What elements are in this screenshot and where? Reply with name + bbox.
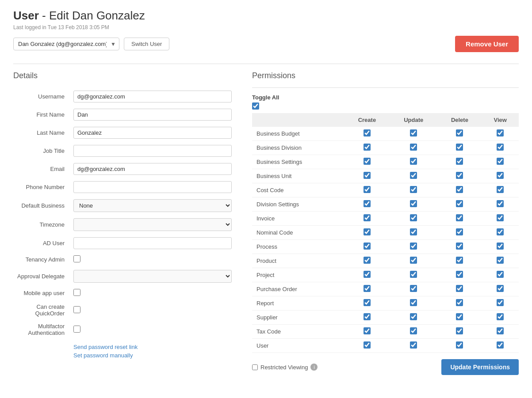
- delete-checkbox[interactable]: [456, 228, 463, 235]
- create-cell[interactable]: [344, 268, 390, 282]
- create-checkbox[interactable]: [364, 299, 371, 306]
- approval-delegate-field[interactable]: [71, 267, 234, 286]
- delete-cell[interactable]: [437, 212, 482, 226]
- delete-cell[interactable]: [437, 127, 482, 141]
- create-cell[interactable]: [344, 339, 390, 353]
- create-cell[interactable]: [344, 212, 390, 226]
- view-checkbox[interactable]: [497, 313, 504, 320]
- create-checkbox[interactable]: [364, 313, 371, 320]
- create-checkbox[interactable]: [364, 341, 371, 349]
- view-cell[interactable]: [482, 311, 519, 325]
- update-checkbox[interactable]: [410, 214, 417, 221]
- delete-cell[interactable]: [437, 339, 482, 353]
- ad-user-field[interactable]: [71, 234, 234, 252]
- delete-checkbox[interactable]: [456, 144, 463, 151]
- update-cell[interactable]: [390, 240, 437, 254]
- view-cell[interactable]: [482, 169, 519, 183]
- delete-cell[interactable]: [437, 325, 482, 339]
- delete-cell[interactable]: [437, 268, 482, 282]
- create-cell[interactable]: [344, 183, 390, 197]
- create-cell[interactable]: [344, 325, 390, 339]
- delete-checkbox[interactable]: [456, 327, 463, 334]
- update-checkbox[interactable]: [410, 299, 417, 306]
- view-checkbox[interactable]: [497, 186, 504, 193]
- view-checkbox[interactable]: [497, 214, 504, 221]
- delete-checkbox[interactable]: [456, 257, 463, 264]
- create-checkbox[interactable]: [364, 257, 371, 264]
- create-checkbox[interactable]: [364, 228, 371, 235]
- switch-user-button[interactable]: Switch User: [124, 38, 169, 50]
- mobile-app-checkbox[interactable]: [73, 289, 80, 296]
- delete-checkbox[interactable]: [456, 172, 463, 179]
- create-cell[interactable]: [344, 296, 390, 311]
- remove-user-button[interactable]: Remove User: [455, 36, 519, 52]
- update-cell[interactable]: [390, 282, 437, 296]
- update-cell[interactable]: [390, 183, 437, 197]
- jobtitle-input[interactable]: [73, 145, 232, 157]
- delete-cell[interactable]: [437, 282, 482, 296]
- create-checkbox[interactable]: [364, 271, 371, 278]
- delete-checkbox[interactable]: [456, 285, 463, 292]
- delete-cell[interactable]: [437, 141, 482, 155]
- delete-cell[interactable]: [437, 240, 482, 254]
- delete-cell[interactable]: [437, 296, 482, 311]
- view-checkbox[interactable]: [497, 299, 504, 306]
- can-create-field[interactable]: [71, 300, 234, 320]
- view-cell[interactable]: [482, 282, 519, 296]
- update-checkbox[interactable]: [410, 200, 417, 207]
- create-cell[interactable]: [344, 169, 390, 183]
- toggle-all-checkbox[interactable]: [252, 102, 259, 110]
- update-checkbox[interactable]: [410, 243, 417, 250]
- approval-delegate-select[interactable]: [73, 270, 232, 283]
- view-cell[interactable]: [482, 127, 519, 141]
- view-cell[interactable]: [482, 212, 519, 226]
- create-cell[interactable]: [344, 311, 390, 325]
- view-checkbox[interactable]: [497, 228, 504, 235]
- create-cell[interactable]: [344, 197, 390, 212]
- delete-checkbox[interactable]: [456, 214, 463, 221]
- create-checkbox[interactable]: [364, 243, 371, 250]
- view-checkbox[interactable]: [497, 158, 504, 165]
- update-cell[interactable]: [390, 226, 437, 240]
- timezone-select[interactable]: [73, 218, 232, 231]
- view-cell[interactable]: [482, 296, 519, 311]
- jobtitle-field[interactable]: [71, 142, 234, 160]
- update-cell[interactable]: [390, 339, 437, 353]
- update-checkbox[interactable]: [410, 327, 417, 334]
- view-checkbox[interactable]: [497, 285, 504, 292]
- create-checkbox[interactable]: [364, 327, 371, 334]
- view-checkbox[interactable]: [497, 200, 504, 207]
- update-checkbox[interactable]: [410, 285, 417, 292]
- delete-checkbox[interactable]: [456, 200, 463, 207]
- create-cell[interactable]: [344, 155, 390, 169]
- update-checkbox[interactable]: [410, 129, 417, 136]
- tenancy-admin-checkbox[interactable]: [73, 255, 80, 262]
- view-checkbox[interactable]: [497, 129, 504, 136]
- mobile-app-field[interactable]: [71, 286, 234, 300]
- timezone-field[interactable]: [71, 215, 234, 234]
- info-icon[interactable]: i: [310, 364, 318, 371]
- view-cell[interactable]: [482, 155, 519, 169]
- set-password-link[interactable]: Set password manually: [73, 352, 234, 359]
- view-cell[interactable]: [482, 141, 519, 155]
- create-cell[interactable]: [344, 282, 390, 296]
- reset-password-link[interactable]: Send password reset link: [73, 344, 234, 350]
- update-cell[interactable]: [390, 169, 437, 183]
- update-cell[interactable]: [390, 268, 437, 282]
- create-checkbox[interactable]: [364, 214, 371, 221]
- create-checkbox[interactable]: [364, 200, 371, 207]
- update-cell[interactable]: [390, 141, 437, 155]
- view-cell[interactable]: [482, 254, 519, 268]
- ad-user-input[interactable]: [73, 237, 232, 249]
- create-cell[interactable]: [344, 226, 390, 240]
- delete-checkbox[interactable]: [456, 299, 463, 306]
- update-checkbox[interactable]: [410, 144, 417, 151]
- firstname-input[interactable]: [73, 109, 232, 121]
- delete-cell[interactable]: [437, 226, 482, 240]
- create-checkbox[interactable]: [364, 129, 371, 136]
- create-cell[interactable]: [344, 127, 390, 141]
- create-checkbox[interactable]: [364, 285, 371, 292]
- update-cell[interactable]: [390, 254, 437, 268]
- view-checkbox[interactable]: [497, 144, 504, 151]
- view-cell[interactable]: [482, 325, 519, 339]
